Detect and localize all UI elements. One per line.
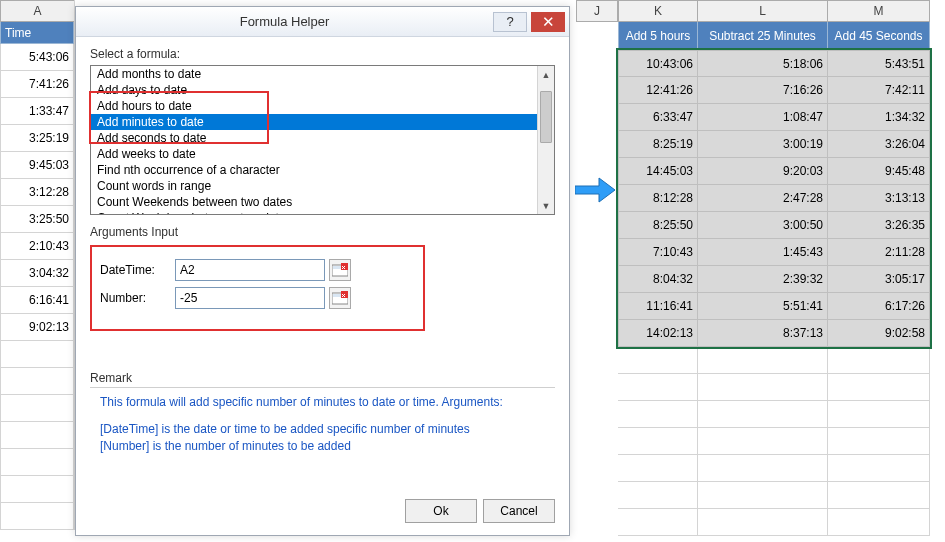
- result-cell[interactable]: 1:08:47: [698, 104, 828, 131]
- scrollbar[interactable]: ▲ ▼: [537, 66, 554, 214]
- blank-cell[interactable]: [698, 482, 828, 509]
- column-header-K[interactable]: K: [618, 0, 698, 22]
- result-cell[interactable]: 3:00:50: [698, 212, 828, 239]
- result-cell[interactable]: 8:25:19: [618, 131, 698, 158]
- time-cell[interactable]: 7:41:26: [0, 71, 74, 98]
- result-cell[interactable]: 14:45:03: [618, 158, 698, 185]
- formula-item[interactable]: Find nth occurrence of a character: [91, 162, 554, 178]
- result-cell[interactable]: 10:43:06: [618, 50, 698, 77]
- time-cell[interactable]: 3:12:28: [0, 179, 74, 206]
- time-cell[interactable]: 2:10:43: [0, 233, 74, 260]
- blank-cell[interactable]: [698, 428, 828, 455]
- help-button[interactable]: ?: [493, 12, 527, 32]
- header-time[interactable]: Time: [0, 22, 74, 44]
- cancel-button[interactable]: Cancel: [483, 499, 555, 523]
- header-add-seconds[interactable]: Add 45 Seconds: [828, 22, 930, 50]
- result-cell[interactable]: 11:16:41: [618, 293, 698, 320]
- result-cell[interactable]: 8:37:13: [698, 320, 828, 347]
- dialog-titlebar[interactable]: Formula Helper ? ✕: [76, 7, 569, 37]
- result-cell[interactable]: 3:00:19: [698, 131, 828, 158]
- blank-cell[interactable]: [0, 341, 74, 368]
- result-cell[interactable]: 3:26:35: [828, 212, 930, 239]
- blank-cell[interactable]: [698, 347, 828, 374]
- result-cell[interactable]: 14:02:13: [618, 320, 698, 347]
- blank-cell[interactable]: [828, 374, 930, 401]
- result-cell[interactable]: 9:02:58: [828, 320, 930, 347]
- result-cell[interactable]: 9:20:03: [698, 158, 828, 185]
- result-cell[interactable]: 3:26:04: [828, 131, 930, 158]
- blank-cell[interactable]: [618, 401, 698, 428]
- time-cell[interactable]: 9:02:13: [0, 314, 74, 341]
- formula-item[interactable]: Count Weekends between two dates: [91, 194, 554, 210]
- formula-item[interactable]: Count Weekdays between two dates: [91, 210, 554, 214]
- blank-cell[interactable]: [618, 455, 698, 482]
- column-header-M[interactable]: M: [828, 0, 930, 22]
- blank-cell[interactable]: [698, 374, 828, 401]
- time-cell[interactable]: 5:43:06: [0, 44, 74, 71]
- header-subtract-minutes[interactable]: Subtract 25 Minutes: [698, 22, 828, 50]
- time-cell[interactable]: 9:45:03: [0, 152, 74, 179]
- result-cell[interactable]: 8:04:32: [618, 266, 698, 293]
- result-cell[interactable]: 5:51:41: [698, 293, 828, 320]
- scroll-up-icon[interactable]: ▲: [538, 66, 554, 83]
- blank-cell[interactable]: [0, 503, 74, 530]
- result-cell[interactable]: 8:12:28: [618, 185, 698, 212]
- datetime-range-picker-icon[interactable]: [329, 259, 351, 281]
- blank-cell[interactable]: [0, 395, 74, 422]
- blank-cell[interactable]: [0, 422, 74, 449]
- result-cell[interactable]: 9:45:48: [828, 158, 930, 185]
- formula-item[interactable]: Add months to date: [91, 66, 554, 82]
- column-header-A[interactable]: A: [0, 0, 74, 22]
- scroll-down-icon[interactable]: ▼: [538, 197, 554, 214]
- result-cell[interactable]: 12:41:26: [618, 77, 698, 104]
- number-range-picker-icon[interactable]: [329, 287, 351, 309]
- close-button[interactable]: ✕: [531, 12, 565, 32]
- blank-cell[interactable]: [828, 428, 930, 455]
- datetime-input[interactable]: A2: [175, 259, 325, 281]
- blank-cell[interactable]: [698, 509, 828, 536]
- results-range[interactable]: 10:43:065:18:065:43:5112:41:267:16:267:4…: [618, 50, 930, 347]
- column-header-L[interactable]: L: [698, 0, 828, 22]
- blank-cell[interactable]: [0, 368, 74, 395]
- number-input[interactable]: -25: [175, 287, 325, 309]
- ok-button[interactable]: Ok: [405, 499, 477, 523]
- formula-item[interactable]: Add days to date: [91, 82, 554, 98]
- blank-cell[interactable]: [618, 509, 698, 536]
- blank-cell[interactable]: [828, 509, 930, 536]
- scroll-thumb[interactable]: [540, 91, 552, 143]
- blank-cell[interactable]: [618, 347, 698, 374]
- column-header-J[interactable]: J: [576, 0, 618, 22]
- formula-item[interactable]: Add minutes to date: [91, 114, 554, 130]
- result-cell[interactable]: 1:45:43: [698, 239, 828, 266]
- blank-cell[interactable]: [828, 401, 930, 428]
- blank-cell[interactable]: [618, 428, 698, 455]
- formula-item[interactable]: Count words in range: [91, 178, 554, 194]
- time-cell[interactable]: 3:04:32: [0, 260, 74, 287]
- formula-item[interactable]: Add hours to date: [91, 98, 554, 114]
- time-cell[interactable]: 3:25:50: [0, 206, 74, 233]
- time-cell[interactable]: 6:16:41: [0, 287, 74, 314]
- blank-cell[interactable]: [828, 455, 930, 482]
- blank-cell[interactable]: [698, 401, 828, 428]
- blank-cell[interactable]: [828, 482, 930, 509]
- blank-cell[interactable]: [618, 374, 698, 401]
- result-cell[interactable]: 6:17:26: [828, 293, 930, 320]
- result-cell[interactable]: 7:16:26: [698, 77, 828, 104]
- blank-cell[interactable]: [828, 347, 930, 374]
- time-cell[interactable]: 1:33:47: [0, 98, 74, 125]
- result-cell[interactable]: 6:33:47: [618, 104, 698, 131]
- result-cell[interactable]: 3:13:13: [828, 185, 930, 212]
- result-cell[interactable]: 2:11:28: [828, 239, 930, 266]
- formula-list[interactable]: Add months to dateAdd days to dateAdd ho…: [90, 65, 555, 215]
- formula-item[interactable]: Add weeks to date: [91, 146, 554, 162]
- time-cell[interactable]: 3:25:19: [0, 125, 74, 152]
- header-add-hours[interactable]: Add 5 hours: [618, 22, 698, 50]
- result-cell[interactable]: 5:18:06: [698, 50, 828, 77]
- result-cell[interactable]: 3:05:17: [828, 266, 930, 293]
- result-cell[interactable]: 1:34:32: [828, 104, 930, 131]
- blank-cell[interactable]: [0, 449, 74, 476]
- result-cell[interactable]: 2:47:28: [698, 185, 828, 212]
- blank-cell[interactable]: [0, 476, 74, 503]
- result-cell[interactable]: 8:25:50: [618, 212, 698, 239]
- blank-cell[interactable]: [698, 455, 828, 482]
